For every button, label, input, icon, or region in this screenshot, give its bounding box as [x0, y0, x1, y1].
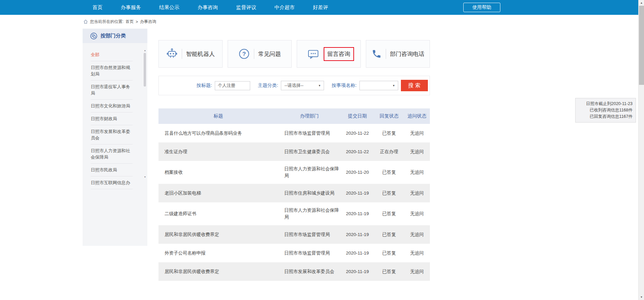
item-select[interactable]: ▼: [359, 81, 398, 90]
breadcrumb-home-link[interactable]: 首页: [125, 19, 134, 25]
row-reply-status: 已答复: [374, 268, 404, 275]
sidebar-scroll-down-icon[interactable]: ▼: [143, 175, 147, 179]
title-filter-label: 按标题:: [197, 82, 212, 89]
row-title-link[interactable]: 二级建造师证书: [158, 210, 278, 217]
row-department: 日照市市场监督管理局: [278, 250, 341, 257]
category-icon: [90, 32, 97, 40]
consult-stats-tooltip: 日照市截止到2020-11-23 已收到咨询信息1168件 已回复咨询信息116…: [575, 98, 636, 123]
sidebar-item-finance[interactable]: 日照市财政局: [91, 112, 133, 125]
row-date: 2020-11-19: [341, 250, 374, 257]
row-followup-status: 无追问: [404, 250, 430, 257]
nav-item-rating[interactable]: 好差评: [313, 4, 328, 11]
row-date: 2020-11-19: [341, 190, 374, 197]
row-title-link[interactable]: 准生证办理: [158, 148, 278, 155]
help-button[interactable]: 使用帮助: [463, 3, 500, 12]
tab-divider: [323, 49, 323, 59]
row-title-link[interactable]: 老旧小区加装电梯: [158, 190, 278, 197]
tab-faq-label: 常见问题: [258, 50, 281, 58]
row-department: 日照市住房和城乡建设局: [278, 190, 341, 197]
sidebar-header: 按部门分类: [83, 29, 147, 43]
breadcrumb: 您当前所在的位置: 首页 > 办事咨询: [83, 19, 156, 25]
top-nav: 首页 办事服务 结果公示 办事咨询 监督评议 中介超市 好差评 使用帮助: [0, 0, 644, 15]
sidebar-item-all[interactable]: 全部: [91, 48, 133, 61]
sidebar-scroll-thumb[interactable]: [144, 53, 146, 87]
search-button[interactable]: 搜 索: [401, 80, 428, 91]
nav-item-consult[interactable]: 办事咨询: [198, 4, 218, 11]
home-icon: [83, 20, 88, 24]
row-date: 2020-11-19: [341, 268, 374, 275]
consultation-table: 标题 办理部门 提交日期 回复状态 追问状态 莒县什么地方可以办理商品条形码业务…: [158, 108, 430, 281]
sidebar-scroll-up-icon[interactable]: ▲: [143, 49, 147, 52]
row-department: 日照市市场监督管理局: [278, 231, 341, 238]
chevron-down-icon: ▼: [392, 84, 395, 87]
sidebar-item-internet-info[interactable]: 日照市互联网信息办: [91, 176, 133, 189]
sidebar-item-development-reform[interactable]: 日照市发展和改革委员会: [91, 125, 133, 144]
row-reply-status: 已答复: [374, 130, 404, 137]
table-row[interactable]: 莒县什么地方可以办理商品条形码业务 日照市市场监督管理局 2020-11-22 …: [158, 124, 430, 142]
page-scrollbar[interactable]: ▲ ▼: [638, 0, 644, 300]
table-row[interactable]: 老旧小区加装电梯 日照市住房和城乡建设局 2020-11-19 已答复 无追问: [158, 184, 430, 202]
tab-phone-consult[interactable]: 部门咨询电话: [366, 40, 430, 68]
nav-item-services[interactable]: 办事服务: [121, 4, 141, 11]
table-header-row: 标题 办理部门 提交日期 回复状态 追问状态: [158, 108, 430, 124]
tab-divider: [182, 49, 182, 59]
title-filter-input[interactable]: [215, 81, 250, 90]
tab-message-consult[interactable]: 留言咨询: [297, 40, 361, 68]
row-date: 2020-11-19: [341, 231, 374, 238]
row-followup-status: 无追问: [404, 148, 430, 155]
robot-icon: [166, 48, 178, 60]
sidebar-item-veterans-affairs[interactable]: 日照市退役军人事务局: [91, 80, 133, 100]
nav-item-agency-market[interactable]: 中介超市: [274, 4, 295, 11]
table-row[interactable]: 居民和非居民供暖收费界定 日照市市场监督管理局 2020-11-19 已答复 无…: [158, 225, 430, 244]
row-reply-status: 已答复: [374, 190, 404, 197]
department-sidebar: 按部门分类 全部 日照市自然资源和规划局 日照市退役军人事务局 日照市文化和旅游…: [83, 29, 147, 246]
table-row[interactable]: 二级建造师证书 日照市人力资源和社会保障局 2020-11-19 已答复 无追问: [158, 202, 430, 225]
breadcrumb-separator: >: [136, 20, 138, 24]
tab-smart-robot[interactable]: 智能机器人: [158, 40, 223, 68]
sidebar-item-human-resources[interactable]: 日照市人力资源和社会保障局: [91, 144, 133, 164]
nav-item-supervision[interactable]: 监督评议: [236, 4, 256, 11]
row-title-link[interactable]: 居民和非居民供暖收费界定: [158, 268, 278, 275]
search-bar: 按标题: 主题分类: --请选择-- ▼ 按事项名称: ▼ 搜 索: [158, 76, 430, 95]
sidebar-title: 按部门分类: [100, 33, 126, 39]
tab-faq[interactable]: ? 常见问题: [228, 40, 292, 68]
category-select-value: --请选择--: [285, 82, 303, 89]
header-department: 办理部门: [278, 113, 341, 119]
item-filter-label: 按事项名称:: [332, 82, 357, 89]
table-row[interactable]: 外资子公司名称申报 日照市市场监督管理局 2020-11-19 已答复 无追问: [158, 244, 430, 262]
row-title-link[interactable]: 档案接收: [158, 169, 278, 176]
consult-tabs: 智能机器人 ? 常见问题 留言咨询: [158, 40, 430, 68]
page: 首页 办事服务 结果公示 办事咨询 监督评议 中介超市 好差评 使用帮助 您当前…: [0, 0, 644, 300]
row-date: 2020-11-19: [341, 210, 374, 217]
nav-item-home[interactable]: 首页: [92, 4, 103, 11]
header-followup-status: 追问状态: [404, 113, 430, 119]
table-row[interactable]: 准生证办理 日照市卫生健康委员会 2020-11-22 正在办理 无追问: [158, 142, 430, 161]
category-select[interactable]: --请选择-- ▼: [281, 81, 324, 90]
row-followup-status: 无追问: [404, 130, 430, 137]
row-reply-status: 已答复: [374, 210, 404, 217]
row-followup-status: 无追问: [404, 190, 430, 197]
sidebar-item-natural-resources[interactable]: 日照市自然资源和规划局: [91, 61, 133, 80]
stats-line-2: 已收到咨询信息1168件: [579, 107, 633, 113]
scroll-up-icon[interactable]: ▲: [639, 0, 644, 6]
sidebar-item-civil-affairs[interactable]: 日照市民政局: [91, 164, 133, 176]
table-row[interactable]: 居民和非居民供暖收费界定 日照市发展和改革委员会 2020-11-19 已答复 …: [158, 262, 430, 281]
nav-item-results[interactable]: 结果公示: [159, 4, 179, 11]
row-title-link[interactable]: 居民和非居民供暖收费界定: [158, 231, 278, 238]
tab-smart-robot-label: 智能机器人: [186, 50, 215, 58]
sidebar-item-culture-tourism[interactable]: 日照市文化和旅游局: [91, 100, 133, 112]
row-department: 日照市市场监督管理局: [278, 130, 341, 137]
phone-icon: [372, 49, 382, 59]
scroll-down-icon[interactable]: ▼: [639, 294, 644, 300]
header-reply-status: 回复状态: [374, 113, 404, 119]
row-followup-status: 无追问: [404, 210, 430, 217]
row-title-link[interactable]: 莒县什么地方可以办理商品条形码业务: [158, 130, 278, 137]
scroll-thumb[interactable]: [639, 6, 644, 85]
table-row[interactable]: 档案接收 日照市人力资源和社会保障局 2020-11-20 已答复 无追问: [158, 161, 430, 184]
breadcrumb-current[interactable]: 办事咨询: [140, 19, 156, 25]
row-department: 日照市卫生健康委员会: [278, 148, 341, 155]
row-date: 2020-11-22: [341, 130, 374, 137]
row-reply-status: 已答复: [374, 169, 404, 176]
row-title-link[interactable]: 外资子公司名称申报: [158, 250, 278, 257]
header-date: 提交日期: [341, 113, 374, 119]
